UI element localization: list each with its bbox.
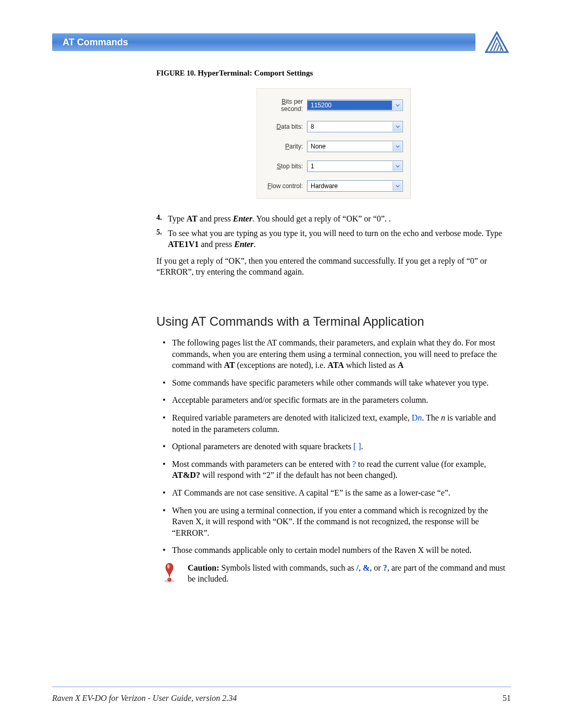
svg-point-6: [168, 578, 169, 580]
stop-bits-combo[interactable]: [307, 161, 403, 172]
svg-line-1: [497, 45, 499, 51]
page: AT Commands FIGURE 10. HyperTerminal: Co…: [0, 0, 563, 728]
caution-text: Caution: Symbols listed with commands, s…: [188, 562, 511, 585]
figure-title: HyperTerminal: Comport Settings: [198, 69, 313, 77]
after-steps-paragraph: If you get a reply of “OK”, then you ent…: [156, 255, 511, 278]
bullet-8: When you are using a terminal connection…: [156, 505, 511, 539]
data-bits-input[interactable]: [308, 122, 392, 131]
logo: [483, 31, 511, 53]
figure-caption: FIGURE 10. HyperTerminal: Comport Settin…: [156, 69, 511, 78]
footer-page-number: 51: [503, 694, 511, 703]
parity-row: Parity:: [264, 141, 403, 152]
parity-input[interactable]: [308, 142, 392, 151]
bullet-9: Those commands applicable only to certai…: [156, 545, 511, 556]
stop-bits-dropdown-button[interactable]: [393, 162, 402, 171]
caution-row: Caution: Symbols listed with commands, s…: [156, 562, 511, 585]
chevron-down-icon: [396, 144, 400, 149]
stop-bits-input[interactable]: [308, 162, 392, 171]
bits-per-second-label: Bits per second:: [264, 98, 303, 113]
chevron-down-icon: [396, 164, 400, 168]
comport-settings-panel: Bits per second: Data bits:: [256, 88, 411, 199]
header-band: AT Commands: [52, 33, 475, 51]
flow-control-row: Flow control:: [264, 180, 403, 192]
header: AT Commands: [52, 31, 511, 53]
flow-control-combo[interactable]: [307, 180, 403, 192]
footer-title: Raven X EV-DO for Verizon - User Guide, …: [52, 694, 237, 703]
bullet-list: The following pages list the AT commands…: [156, 337, 511, 556]
figure-number: FIGURE 10.: [156, 69, 195, 77]
parity-label: Parity:: [264, 143, 303, 150]
stop-bits-row: Stop bits:: [264, 161, 403, 172]
stop-bits-label: Stop bits:: [264, 163, 303, 170]
footer-rule: [52, 686, 511, 687]
chevron-down-icon: [396, 103, 400, 107]
parity-combo[interactable]: [307, 141, 403, 152]
steps-list: Type AT and press Enter. You should get …: [156, 213, 511, 250]
section-heading: Using AT Commands with a Terminal Applic…: [156, 314, 511, 329]
bullet-1: The following pages list the AT commands…: [156, 337, 511, 371]
chevron-down-icon: [396, 125, 400, 129]
chevron-down-icon: [396, 184, 400, 188]
bullet-3: Acceptable parameters and/or specific fo…: [156, 394, 511, 406]
header-title: AT Commands: [63, 37, 128, 48]
bits-per-second-dropdown-button[interactable]: [393, 101, 402, 110]
bullet-2: Some commands have specific parameters w…: [156, 377, 511, 389]
bullet-6: Most commands with parameters can be ent…: [156, 459, 511, 481]
bits-per-second-row: Bits per second:: [264, 98, 403, 113]
bits-per-second-combo[interactable]: [307, 100, 403, 111]
parity-dropdown-button[interactable]: [393, 142, 402, 151]
bullet-5: Optional parameters are denoted with squ…: [156, 441, 511, 452]
svg-point-5: [168, 578, 171, 581]
data-bits-dropdown-button[interactable]: [393, 122, 402, 131]
data-bits-row: Data bits:: [264, 121, 403, 132]
data-bits-label: Data bits:: [264, 123, 303, 130]
step-5: To see what you are typing as you type i…: [156, 228, 511, 250]
svg-line-2: [500, 47, 501, 51]
content: FIGURE 10. HyperTerminal: Comport Settin…: [52, 53, 511, 585]
flow-control-label: Flow control:: [264, 182, 303, 190]
step-4: Type AT and press Enter. You should get …: [156, 213, 511, 225]
bullet-4: Required variable parameters are denoted…: [156, 412, 511, 435]
bits-per-second-input[interactable]: [308, 101, 392, 110]
svg-point-4: [167, 564, 169, 569]
data-bits-combo[interactable]: [307, 121, 403, 132]
caution-icon: [162, 562, 178, 585]
flow-control-input[interactable]: [308, 181, 392, 191]
flow-control-dropdown-button[interactable]: [393, 181, 402, 191]
logo-icon: [485, 31, 509, 53]
bullet-7: AT Commands are not case sensitive. A ca…: [156, 487, 511, 499]
footer: Raven X EV-DO for Verizon - User Guide, …: [52, 694, 511, 703]
